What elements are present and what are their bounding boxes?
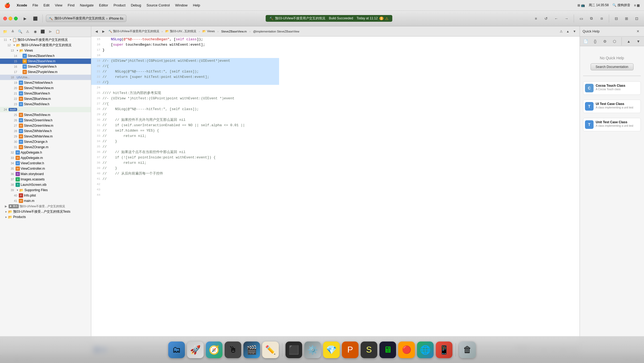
dock-mouse[interactable]: 🖱: [225, 342, 241, 358]
menubar-xcode[interactable]: Xcode: [17, 3, 27, 7]
nav-item-purplev-m[interactable]: 17 M SteveZPurpleView.m: [0, 69, 91, 75]
minimize-button[interactable]: [9, 17, 12, 20]
nav-report-icon[interactable]: 📋: [54, 28, 61, 35]
menubar-window[interactable]: Window: [175, 3, 188, 7]
dock-safari[interactable]: 🧭: [206, 342, 222, 358]
util-tab-bottom-arrow[interactable]: ▼: [635, 38, 642, 45]
nav-item-yellowv-m[interactable]: 20 M SteveZYellowView.m: [0, 85, 91, 91]
nav-item-purplev-h[interactable]: 16 H SteveZPurpleView.h: [0, 64, 91, 69]
dock-sketch[interactable]: 💎: [323, 342, 340, 358]
dock-iterm[interactable]: 🖥: [379, 342, 396, 358]
forward-btn[interactable]: →: [562, 14, 570, 23]
nav-item-images[interactable]: 37 X Images.xcassets: [0, 177, 91, 182]
nav-item-greenv-h[interactable]: 26 H SteveZGreenView.h: [0, 118, 91, 123]
breadcrumb-implementation[interactable]: @implementation SteveZBaseView: [252, 29, 300, 34]
nav-item-subgroup[interactable]: 12 ▼ 📂 预03-UIView不接受用户交互的情况: [0, 42, 91, 48]
menubar-help[interactable]: Help: [193, 3, 200, 7]
nav-issues-icon[interactable]: ⚠: [24, 28, 31, 35]
editor-back-btn[interactable]: ◀: [93, 28, 99, 34]
panel-bottom[interactable]: ⊞: [623, 14, 631, 23]
breadcrumb-views[interactable]: 📂 Views: [201, 29, 216, 34]
layout-assistants[interactable]: ⧈: [598, 14, 606, 23]
menubar-edit[interactable]: Edit: [43, 3, 49, 7]
menubar-file[interactable]: File: [32, 3, 38, 7]
nav-item-supporting[interactable]: 39 ▼ 📂 Supporting Files: [0, 187, 91, 193]
dock-trash[interactable]: 🗑: [459, 342, 476, 358]
menubar-search[interactable]: 🔍 搜狗拼音: [612, 3, 630, 8]
nav-item-bluev-m[interactable]: 22 M SteveZBlueView.m: [0, 96, 91, 101]
nav-breakpoints-icon[interactable]: ⊳: [47, 28, 54, 35]
code-editor[interactable]: 15 NSLog(@"%@-----touchesBegan", [self c…: [91, 37, 580, 345]
nav-item-whitev-h[interactable]: 28 H SteveZWhiteView.h: [0, 128, 91, 134]
nav-search-icon[interactable]: 🔍: [17, 28, 24, 35]
menubar-source-control[interactable]: Source Control: [147, 3, 170, 7]
nav-item-viewcontroller-m[interactable]: 35 M ViewController.m: [0, 166, 91, 171]
chevron-up-icon[interactable]: ▲: [565, 28, 571, 34]
nav-item-whitev-m[interactable]: 29 M SteveZWhiteView.m: [0, 134, 91, 139]
nav-folder-icon[interactable]: 📁: [2, 28, 9, 35]
dock-app[interactable]: 📱: [436, 342, 452, 358]
nav-item-main-m[interactable]: 41 M main.m: [0, 198, 91, 204]
util-tab-file[interactable]: 📄: [582, 38, 589, 45]
search-documentation-btn[interactable]: Search Documentation: [591, 63, 634, 70]
menubar-find[interactable]: Find: [68, 3, 74, 7]
dock-quicktime[interactable]: 🎬: [243, 342, 260, 358]
apple-menu[interactable]: 🍎: [4, 2, 10, 8]
nav-item-redv-m[interactable]: 25 M SteveZRedView.m: [0, 112, 91, 118]
layout-split[interactable]: ⧉: [587, 14, 595, 23]
nav-item-basev-h[interactable]: 14 H SteveZBaseView.h: [0, 53, 91, 59]
breadcrumb-group[interactable]: 📂 预03-UIV...互的情况: [164, 29, 197, 34]
warning-nav-icon[interactable]: ⚠: [558, 28, 564, 34]
nav-item-yellowv-h[interactable]: 19 H SteveZYellowView.h: [0, 80, 91, 85]
nav-item-views[interactable]: 13 ▼ 📂 Views: [0, 48, 91, 53]
nav-item-viewcontroller-h[interactable]: 34 H ViewController.h: [0, 161, 91, 166]
nav-git-icon[interactable]: ≙: [9, 28, 16, 35]
dock-finder[interactable]: 🗂: [168, 342, 185, 358]
nav-item-redv-h[interactable]: 23 H SteveZRedView.h: [0, 101, 91, 107]
nav-debug-icon[interactable]: ⬛: [39, 28, 46, 35]
dock-terminal[interactable]: ⬛: [286, 342, 302, 358]
nav-item-appdelegate-m[interactable]: 33 M AppDelegate.m: [0, 155, 91, 161]
panel-right[interactable]: ⊡: [633, 14, 641, 23]
breadcrumb-file[interactable]: SteveZBaseView.m: [220, 29, 248, 34]
nav-item-appdelegate-h[interactable]: 32 H AppDelegate.h: [0, 150, 91, 155]
dock-powerpoint[interactable]: P: [342, 342, 358, 358]
chevron-down-icon[interactable]: ▼: [572, 28, 577, 34]
util-tab-top-arrow[interactable]: ▲: [625, 38, 632, 45]
util-tab-cubes[interactable]: ⬡: [611, 38, 618, 45]
scheme-selector[interactable]: 🔨 预03-UIView不接受用户交互的情况 › iPhone 6s: [46, 15, 126, 22]
code-view-btn[interactable]: ≡: [532, 14, 540, 23]
util-tab-gear[interactable]: ⚙: [601, 38, 609, 45]
nav-item-orange-m[interactable]: 31 M SteveZOrange.m: [0, 144, 91, 150]
dock-vlc[interactable]: 🔴: [398, 342, 415, 358]
panel-left[interactable]: ⊟: [612, 14, 620, 23]
menubar-navigate[interactable]: Navigate: [80, 3, 94, 7]
layout-single[interactable]: ▭: [577, 14, 585, 23]
util-close-icon[interactable]: ✕: [634, 28, 641, 35]
back-btn[interactable]: ←: [552, 14, 560, 23]
editor-forward-btn[interactable]: ▶: [100, 28, 106, 34]
nav-item-uiview[interactable]: 18 UIV UIVe...: [0, 75, 91, 80]
nav-item-tests[interactable]: ▶ 📂 预03-UIView不接受...户交互的情况Tests: [0, 209, 91, 214]
nav-item-orange-h[interactable]: 30 H SteveZOrange.h: [0, 139, 91, 144]
menubar-view[interactable]: View: [55, 3, 62, 7]
nav-item-bluev-h[interactable]: 21 H SteveZBlueView.h: [0, 91, 91, 96]
nav-item-greenv-m[interactable]: 27 M SteveZGreenView.m: [0, 123, 91, 128]
dock-launchpad[interactable]: 🚀: [187, 342, 204, 358]
util-tab-braces[interactable]: {}: [591, 38, 599, 45]
nav-item-basev-m[interactable]: 15 M SteveZBaseView.m: [0, 59, 91, 64]
nav-item-root[interactable]: 11 ▼ 📋 预03-UIView不接受用户交互的情况: [0, 37, 91, 42]
breadcrumb-project[interactable]: 🔨 预03-UIView不接受用户交互的情况: [107, 29, 160, 34]
dock-360[interactable]: 🌐: [417, 342, 434, 358]
maximize-button[interactable]: [14, 17, 18, 20]
menubar-debug[interactable]: Debug: [131, 3, 141, 7]
nav-item-mainstoryboard[interactable]: 36 S Main.storyboard: [0, 171, 91, 177]
close-button[interactable]: [3, 17, 7, 20]
stop-button[interactable]: ⬛: [31, 14, 39, 23]
refresh-btn[interactable]: ↺: [542, 14, 550, 23]
right-resize-handle[interactable]: [643, 26, 644, 355]
dock-sysprefs[interactable]: ⚙️: [304, 342, 321, 358]
nav-test-icon[interactable]: ◉: [32, 28, 39, 35]
nav-item-infoplist[interactable]: 40 P Info.plist: [0, 193, 91, 198]
nav-item-products[interactable]: ▶ 📂 Products: [0, 214, 91, 220]
